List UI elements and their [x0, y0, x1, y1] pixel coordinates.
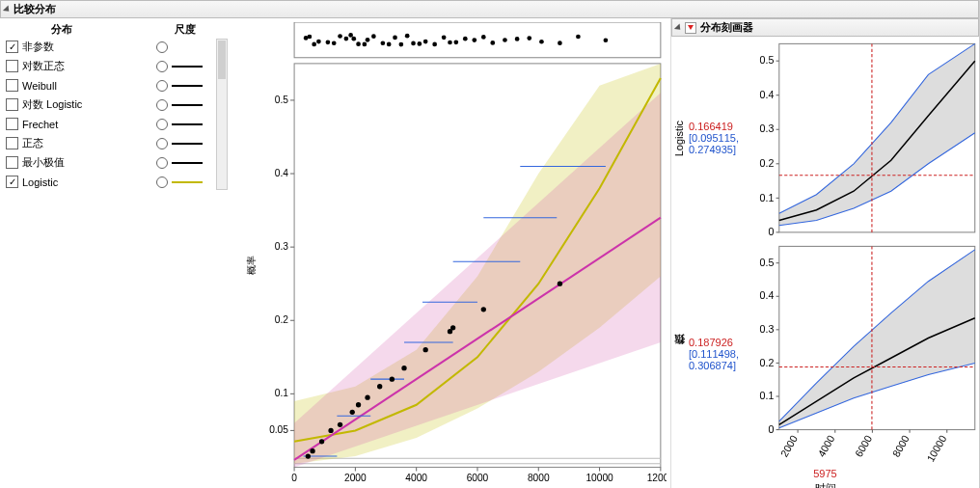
svg-text:10000: 10000 — [924, 433, 948, 464]
outline-header[interactable]: 比较分布 — [0, 0, 979, 18]
linestyle-swatch[interactable] — [172, 66, 203, 68]
dist-checkbox[interactable] — [6, 98, 18, 111]
linestyle-swatch[interactable] — [172, 104, 203, 106]
svg-point-83 — [350, 410, 355, 415]
linestyle-swatch[interactable] — [172, 181, 203, 183]
svg-text:10000: 10000 — [585, 473, 613, 483]
svg-point-82 — [338, 422, 342, 427]
svg-point-34 — [527, 36, 531, 41]
svg-point-78 — [306, 453, 311, 458]
svg-point-38 — [604, 38, 609, 42]
dist-row: Frechet — [6, 116, 118, 132]
estimate: 0.166419 — [689, 121, 733, 132]
svg-text:6000: 6000 — [467, 473, 489, 483]
svg-text:0.2: 0.2 — [760, 357, 775, 368]
probability-plot[interactable]: 0200040006000800010000120000.050.10.20.3… — [243, 22, 667, 488]
linestyle-swatch[interactable] — [172, 162, 203, 164]
dist-checkbox[interactable] — [6, 79, 18, 92]
dist-checkbox[interactable] — [6, 118, 18, 130]
profiler-header[interactable]: 分布刻画器 — [671, 18, 979, 37]
profiler-row: 指数0.187926 [0.111498, 0.306874]00.10.20.… — [671, 239, 979, 468]
dist-row: Logistic — [6, 174, 118, 190]
svg-point-6 — [326, 41, 331, 45]
svg-text:0: 0 — [768, 226, 774, 237]
scale-radio[interactable] — [156, 138, 168, 149]
disclosure-icon[interactable] — [3, 5, 12, 14]
svg-point-31 — [490, 41, 495, 45]
svg-text:8000: 8000 — [528, 473, 550, 483]
dist-checkbox[interactable] — [6, 41, 18, 53]
ci-upper: 0.274935] — [689, 144, 736, 155]
profiler-plot[interactable]: 00.10.20.30.40.5200040006000800010000 — [752, 239, 979, 468]
svg-point-14 — [366, 38, 370, 42]
linestyle-swatch[interactable] — [172, 123, 203, 125]
svg-text:0.3: 0.3 — [760, 122, 775, 134]
svg-text:0.1: 0.1 — [760, 390, 775, 401]
svg-point-33 — [515, 37, 520, 41]
svg-text:0.4: 0.4 — [760, 89, 775, 100]
svg-text:0: 0 — [768, 423, 774, 435]
svg-point-93 — [558, 282, 562, 286]
estimate: 0.187926 — [689, 337, 733, 348]
svg-text:0.3: 0.3 — [760, 323, 775, 335]
svg-point-28 — [463, 37, 468, 41]
svg-text:2000: 2000 — [344, 473, 367, 483]
svg-point-32 — [503, 38, 507, 42]
dist-row: 对数正态 — [6, 58, 118, 74]
svg-point-37 — [576, 35, 581, 40]
profiler-ylabel: Logistic — [671, 37, 687, 239]
svg-point-26 — [448, 41, 452, 45]
svg-point-29 — [472, 38, 476, 42]
dist-checkbox[interactable] — [6, 176, 18, 188]
linestyle-swatch[interactable] — [172, 143, 203, 145]
svg-text:0.5: 0.5 — [760, 54, 775, 66]
profiler-x-value[interactable]: 5975 — [671, 468, 979, 480]
dist-checkbox[interactable] — [6, 137, 18, 149]
dist-row: 最小极值 — [6, 154, 118, 171]
scale-radio[interactable] — [156, 119, 168, 130]
profiler-row: Logistic0.166419 [0.095115, 0.274935]00.… — [671, 37, 979, 239]
profiler-values: 0.166419 [0.095115, 0.274935] — [687, 37, 752, 239]
dist-checkbox[interactable] — [6, 156, 18, 169]
scale-radio[interactable] — [156, 80, 168, 92]
hotspot-icon[interactable] — [685, 22, 696, 34]
svg-text:0.1: 0.1 — [275, 388, 288, 398]
svg-text:0.2: 0.2 — [760, 157, 775, 169]
svg-text:0.5: 0.5 — [275, 95, 288, 105]
scale-radio[interactable] — [156, 41, 168, 53]
profiler-plot[interactable]: 00.10.20.30.40.5 — [752, 37, 979, 239]
svg-point-18 — [393, 36, 397, 41]
root-panel: 比较分布 分布 非参数对数正态Weibull对数 LogisticFrechet… — [0, 0, 980, 488]
ci-lower: [0.111498, — [689, 348, 739, 360]
svg-point-86 — [377, 384, 382, 389]
svg-point-84 — [356, 402, 361, 407]
svg-point-9 — [344, 37, 349, 41]
main-chart-area: 0200040006000800010000120000.050.10.20.3… — [239, 18, 670, 488]
svg-point-87 — [390, 376, 395, 381]
scale-radio[interactable] — [156, 99, 168, 111]
main-area: 分布 非参数对数正态Weibull对数 LogisticFrechet正态最小极… — [0, 18, 979, 488]
svg-text:6000: 6000 — [853, 433, 874, 459]
svg-point-92 — [481, 307, 486, 312]
linestyle-swatch[interactable] — [172, 85, 203, 87]
svg-point-19 — [399, 42, 404, 47]
svg-point-85 — [365, 394, 369, 399]
dist-label: 正态 — [22, 136, 43, 150]
ci-lower: [0.095115, — [689, 132, 739, 144]
svg-point-4 — [312, 42, 316, 47]
scale-radio[interactable] — [156, 157, 168, 169]
profiler-panel: 分布刻画器 Logistic0.166419 [0.095115, 0.2749… — [670, 18, 979, 488]
disclosure-icon[interactable] — [674, 23, 683, 32]
profiler-values: 0.187926 [0.111498, 0.306874] — [687, 239, 752, 468]
svg-point-91 — [450, 325, 455, 330]
dist-checkbox[interactable] — [6, 60, 18, 72]
svg-point-23 — [423, 40, 428, 44]
dist-row: Weibull — [6, 77, 118, 94]
scale-scrollbar[interactable] — [216, 39, 228, 190]
scale-radio[interactable] — [156, 176, 168, 188]
svg-point-79 — [310, 448, 314, 453]
svg-point-5 — [316, 40, 321, 44]
svg-point-25 — [442, 35, 447, 40]
scale-radio[interactable] — [156, 61, 168, 72]
svg-point-8 — [338, 34, 342, 39]
